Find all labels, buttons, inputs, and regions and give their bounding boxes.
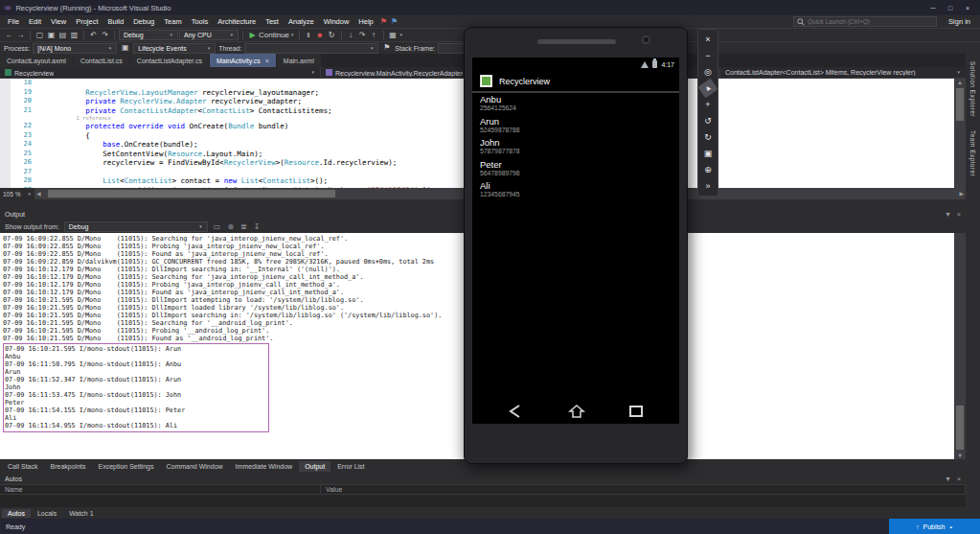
find-message-icon[interactable]: ▭ [214,222,221,231]
panel-tab-output[interactable]: Output [299,461,330,472]
menu-item-tools[interactable]: Tools [187,15,214,28]
watch-tab-locals[interactable]: Locals [32,509,62,518]
panel-tab-exception-settings[interactable]: Exception Settings [92,461,159,472]
process-info-icon[interactable]: ▣ [120,42,130,54]
open-file-icon[interactable]: ▣ [46,30,57,41]
navigate-backward-icon[interactable]: ← [4,30,14,41]
output-source-dropdown[interactable]: Debug ▼ [64,221,208,232]
menu-item-test[interactable]: Test [261,15,284,28]
quick-launch-input[interactable] [808,18,933,25]
step-into-icon[interactable]: ↓ [346,30,356,41]
editor-zoom-control[interactable]: 105 % ▼ [0,188,34,199]
menu-item-analyze[interactable]: Analyze [284,15,319,28]
window-position-icon[interactable]: ▼ [945,211,951,218]
emulator-screen[interactable]: 4:17 Recyclerview Anbu2564125624Arun5245… [472,58,679,424]
save-all-icon[interactable]: ▥ [69,30,80,41]
fit-to-screen-icon[interactable]: ▣ [700,147,716,160]
list-item[interactable]: Ali12345687945 [472,179,679,201]
rotate-left-icon[interactable]: ↺ [700,114,716,128]
multi-touch-icon[interactable]: + [700,98,716,111]
tab-contactlistadapter-cs[interactable]: ContactListAdapter.cs [130,54,209,67]
panel-tab-command-window[interactable]: Command Window [160,461,228,472]
flag-thread-icon[interactable]: ⚑ [381,42,392,54]
toolbar-overflow-icon[interactable]: ▼ [399,33,403,37]
scrollbar-thumb[interactable] [956,88,964,121]
clear-all-icon[interactable]: ⊗ [227,222,234,231]
minimize-icon[interactable]: − [700,49,716,62]
scroll-left-icon[interactable]: ◀ [36,190,41,197]
panel-tab-breakpoints[interactable]: Breakpoints [45,461,92,472]
toolbar-options-icon[interactable]: ▦ [388,30,399,41]
scrollbar-thumb[interactable] [956,406,964,450]
redo-icon[interactable]: ↷ [100,30,110,41]
watch-tab-watch-1[interactable]: Watch 1 [63,509,99,518]
scrollbar-thumb[interactable] [48,190,335,197]
close-panel-icon[interactable]: × [957,476,961,482]
close-window-button[interactable]: × [960,5,975,12]
thread-dropdown[interactable]: ▼ [244,43,378,54]
tab-contactlayout-axml[interactable]: ContactLayout.axml [0,54,73,67]
list-item[interactable]: John57879877878 [472,136,679,158]
menu-item-view[interactable]: View [46,15,71,28]
continue-button[interactable]: Continue [259,31,289,39]
panel-tab-immediate-window[interactable]: Immediate Window [230,461,299,472]
menu-item-architecture[interactable]: Architecture [213,15,261,28]
menu-item-build[interactable]: Build [103,15,129,28]
rotate-right-icon[interactable]: ↻ [700,130,716,144]
output-vertical-scrollbar[interactable]: ▼ [954,233,966,459]
navigate-forward-icon[interactable]: → [15,30,26,41]
menu-item-project[interactable]: Project [71,15,103,28]
autos-panel-header[interactable]: Autos ▼ × [0,473,966,484]
scroll-right-icon[interactable]: ▶ [959,190,964,197]
menu-item-team[interactable]: Team [159,15,186,28]
feedback-flag-icon[interactable]: ⚑ [391,17,398,26]
step-over-icon[interactable]: ↷ [357,30,368,41]
additional-tools-icon[interactable]: » [700,179,716,193]
continue-play-icon[interactable]: ▶ [247,30,258,41]
autoscroll-icon[interactable]: ↧ [254,222,261,231]
recents-button[interactable] [627,404,646,419]
notification-flag-icon[interactable]: ⚑ [380,17,387,26]
menu-item-help[interactable]: Help [353,15,377,28]
minimize-window-button[interactable]: ─ [925,5,941,12]
stop-debugging-icon[interactable]: ■ [315,30,326,41]
close-icon[interactable]: × [700,33,716,46]
step-out-icon[interactable]: ↑ [369,30,379,41]
undo-icon[interactable]: ↶ [88,30,99,41]
new-file-icon[interactable]: ▢ [34,30,45,41]
back-button[interactable] [506,404,527,419]
save-icon[interactable]: ▤ [57,30,68,41]
side-tab-solution-explorer[interactable]: Solution Explorer [969,61,976,117]
window-position-icon[interactable]: ▼ [945,476,951,482]
menu-item-file[interactable]: File [3,15,24,28]
tab-main-axml[interactable]: Main.axml [277,54,321,67]
menu-item-debug[interactable]: Debug [128,15,159,28]
scroll-up-icon[interactable]: ▲ [957,79,963,86]
word-wrap-icon[interactable]: ≣ [240,222,247,231]
scroll-down-icon[interactable]: ▼ [958,452,962,459]
panel-tab-error-list[interactable]: Error List [331,461,370,472]
column-header-name[interactable]: Name [0,485,321,494]
panel-tab-call-stack[interactable]: Call Stack [2,461,44,472]
tab-mainactivity-cs[interactable]: MainActivity.cs× [210,54,276,67]
chevron-down-icon[interactable]: ▼ [290,33,294,37]
member-dropdown[interactable]: ContactListAdapter<ContactList> Mitems, … [720,67,966,79]
sign-in-link[interactable]: Sign in [948,17,970,26]
project-dropdown[interactable]: Recyclerview ▼ [0,67,321,79]
menu-item-window[interactable]: Window [319,15,354,28]
break-all-icon[interactable]: ‖ [304,30,314,41]
menu-item-edit[interactable]: Edit [24,15,46,28]
home-button[interactable] [567,404,586,419]
list-item[interactable]: Anbu2564125624 [472,93,679,115]
side-tab-team-explorer[interactable]: Team Explorer [969,130,976,176]
maximize-window-button[interactable]: □ [943,5,958,12]
tab-contactlist-cs[interactable]: ContactList.cs [74,54,129,67]
list-item[interactable]: Arun52459878788 [472,115,679,137]
power-icon[interactable]: ◎ [700,65,716,79]
restart-icon[interactable]: ↻ [327,30,337,41]
zoom-icon[interactable]: ⊕ [700,163,716,176]
solution-platform-dropdown[interactable]: Any CPU▼ [179,30,239,40]
close-tab-icon[interactable]: × [265,58,269,64]
close-panel-icon[interactable]: × [957,211,961,218]
column-header-value[interactable]: Value [321,485,966,494]
